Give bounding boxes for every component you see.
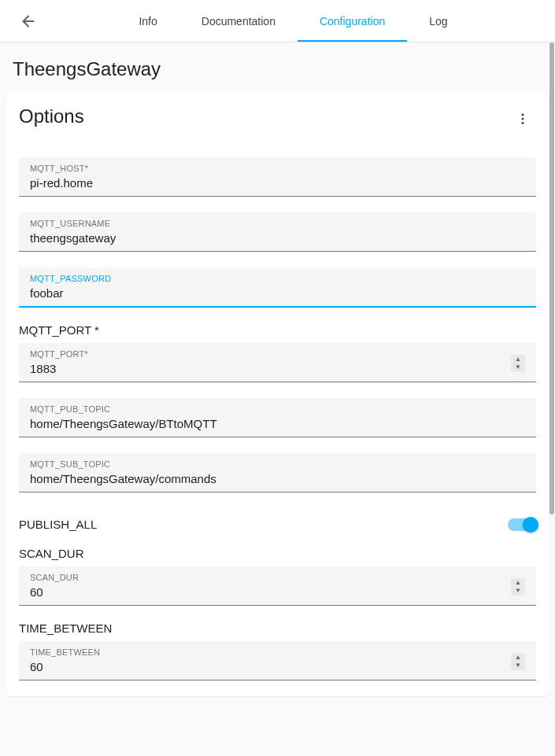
time-between-input[interactable] — [30, 658, 511, 675]
field-outer-label: SCAN_DUR — [19, 547, 536, 560]
mqtt-sub-topic-input[interactable] — [30, 470, 525, 487]
time-between-stepper[interactable]: ▲ ▼ — [511, 653, 525, 670]
field-scan-dur: SCAN_DUR SCAN_DUR ▲ ▼ — [6, 547, 549, 606]
field-label: MQTT_PORT* — [30, 349, 511, 359]
scan-dur-input[interactable] — [30, 584, 511, 600]
chevron-up-icon: ▲ — [515, 580, 521, 586]
tab-label: Info — [139, 15, 157, 28]
mqtt-pub-topic-input[interactable] — [30, 415, 525, 432]
mqtt-port-stepper[interactable]: ▲ ▼ — [511, 355, 525, 372]
chevron-down-icon: ▼ — [515, 662, 521, 669]
scrollbar-track — [549, 42, 555, 756]
field-label: MQTT_SUB_TOPIC — [30, 459, 525, 469]
tab-info[interactable]: Info — [117, 0, 179, 42]
toggle-label: PUBLISH_ALL — [19, 518, 97, 531]
mqtt-port-input[interactable] — [30, 360, 511, 377]
tab-label: Configuration — [320, 15, 385, 28]
chevron-up-icon: ▲ — [515, 356, 521, 363]
scrollbar-thumb[interactable] — [549, 42, 554, 514]
dots-vertical-icon — [516, 112, 530, 126]
tab-log[interactable]: Log — [407, 0, 469, 42]
mqtt-password-input[interactable] — [30, 285, 525, 301]
field-label: SCAN_DUR — [30, 573, 511, 582]
field-mqtt-username: MQTT_USERNAME — [6, 212, 549, 252]
mqtt-password-input-wrap[interactable]: MQTT_PASSWORD — [19, 267, 536, 308]
card-title: Options — [19, 105, 84, 127]
mqtt-host-input[interactable] — [30, 175, 525, 191]
tab-label: Documentation — [202, 15, 276, 28]
scan-dur-stepper[interactable]: ▲ ▼ — [511, 578, 525, 596]
chevron-up-icon: ▲ — [515, 655, 521, 661]
mqtt-username-input-wrap[interactable]: MQTT_USERNAME — [19, 212, 536, 252]
field-mqtt-password: MQTT_PASSWORD — [6, 267, 549, 308]
header-bar: Info Documentation Configuration Log — [0, 0, 555, 42]
field-mqtt-sub-topic: MQTT_SUB_TOPIC — [6, 453, 549, 492]
tab-configuration[interactable]: Configuration — [298, 0, 407, 42]
field-label: MQTT_PUB_TOPIC — [30, 404, 525, 414]
page-title: TheengsGateway — [0, 42, 555, 93]
field-label: MQTT_USERNAME — [30, 219, 525, 228]
field-mqtt-port: MQTT_PORT * MQTT_PORT* ▲ ▼ — [6, 323, 549, 382]
field-outer-label: TIME_BETWEEN — [19, 621, 536, 635]
time-between-input-wrap[interactable]: TIME_BETWEEN ▲ ▼ — [19, 641, 536, 680]
mqtt-port-input-wrap[interactable]: MQTT_PORT* ▲ ▼ — [19, 343, 536, 382]
field-mqtt-pub-topic: MQTT_PUB_TOPIC — [6, 398, 549, 437]
field-publish-all: PUBLISH_ALL — [6, 518, 549, 531]
card-header: Options — [6, 93, 549, 142]
arrow-left-icon — [20, 13, 37, 30]
field-label: MQTT_HOST* — [30, 164, 525, 173]
back-button[interactable] — [13, 6, 44, 37]
tab-bar: Info Documentation Configuration Log — [44, 0, 542, 42]
toggle-thumb — [523, 517, 538, 533]
tab-documentation[interactable]: Documentation — [179, 0, 298, 42]
tab-label: Log — [429, 15, 447, 28]
chevron-down-icon: ▼ — [515, 364, 521, 371]
card-menu-button[interactable] — [509, 105, 536, 135]
field-label: MQTT_PASSWORD — [30, 274, 525, 283]
field-time-between: TIME_BETWEEN TIME_BETWEEN ▲ ▼ — [6, 621, 549, 680]
field-outer-label: MQTT_PORT * — [19, 323, 536, 337]
mqtt-host-input-wrap[interactable]: MQTT_HOST* — [19, 157, 536, 197]
options-card: Options MQTT_HOST* MQTT_USERNAME MQTT_PA… — [6, 93, 549, 696]
svg-point-2 — [522, 118, 524, 120]
svg-point-3 — [522, 122, 524, 124]
mqtt-pub-topic-input-wrap[interactable]: MQTT_PUB_TOPIC — [19, 398, 536, 437]
chevron-down-icon: ▼ — [515, 588, 521, 594]
publish-all-toggle[interactable] — [508, 518, 536, 531]
mqtt-username-input[interactable] — [30, 230, 525, 246]
scan-dur-input-wrap[interactable]: SCAN_DUR ▲ ▼ — [19, 566, 536, 606]
field-label: TIME_BETWEEN — [30, 647, 511, 657]
mqtt-sub-topic-input-wrap[interactable]: MQTT_SUB_TOPIC — [19, 453, 536, 492]
content-area: TheengsGateway Options MQTT_HOST* MQTT_U… — [0, 42, 555, 756]
field-mqtt-host: MQTT_HOST* — [6, 157, 549, 197]
svg-point-1 — [522, 113, 524, 116]
